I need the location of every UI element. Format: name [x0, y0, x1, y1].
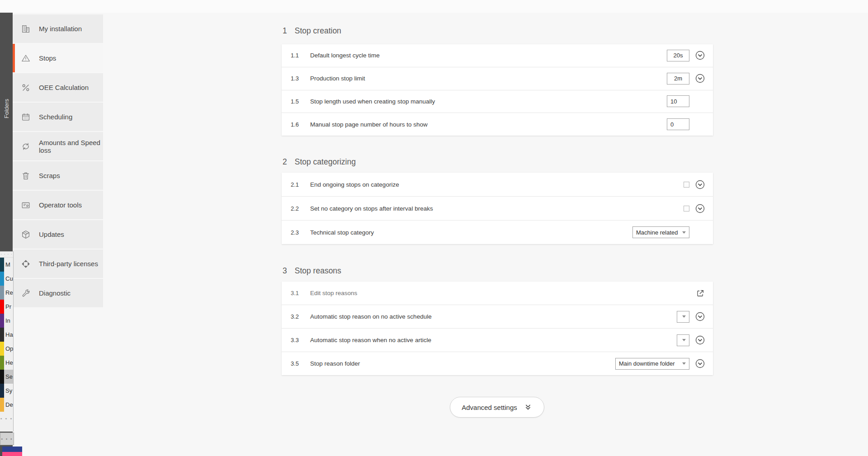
folder-item-label: In: [5, 317, 10, 324]
folder-item-label: Re: [5, 289, 13, 296]
technical-stop-category-select[interactable]: Machine related: [632, 226, 689, 238]
folder-item[interactable]: Ha: [0, 328, 13, 342]
chevron-down-icon: [698, 208, 702, 210]
advanced-settings-label: Advanced settings: [462, 404, 517, 411]
double-chevron-down-icon: [524, 403, 533, 412]
sidebar-item-stops[interactable]: Stops: [13, 44, 103, 72]
section-number: 3: [283, 266, 287, 276]
setting-row-1-6: 1.6 Manual stop page number of hours to …: [282, 113, 713, 136]
folder-color-bar: [0, 370, 4, 384]
folder-panel-drag-handle[interactable]: · · · ·: [0, 252, 13, 258]
folder-item[interactable]: M: [0, 258, 13, 272]
folder-item[interactable]: De: [0, 398, 13, 412]
manual-stop-hours-input[interactable]: [667, 118, 689, 130]
setting-row-3-3: 3.3 Automatic stop reason when no active…: [282, 328, 713, 352]
manual-stop-length-input[interactable]: [667, 95, 689, 107]
caret-down-icon: [682, 315, 686, 318]
auto-stop-reason-schedule-select[interactable]: [677, 311, 689, 323]
setting-label: Technical stop category: [310, 229, 632, 236]
sidebar-item-label: Updates: [39, 230, 64, 238]
section-header-stop-reasons: 3 Stop reasons: [283, 266, 341, 276]
setting-number: 1.5: [291, 98, 310, 105]
folder-item[interactable]: Re: [0, 286, 13, 300]
external-link-icon[interactable]: [695, 288, 705, 298]
stop-reason-folder-select[interactable]: Main downtime folder: [615, 358, 689, 370]
setting-label: Stop reason folder: [310, 360, 615, 367]
percent-icon: [21, 83, 31, 93]
folder-color-bar: [0, 328, 4, 342]
setting-number: 2.2: [291, 205, 310, 212]
expand-row-button[interactable]: [695, 204, 705, 213]
brand-logo[interactable]: [2, 447, 22, 456]
folder-color-bar: [0, 272, 4, 286]
section-number: 2: [283, 157, 287, 167]
sidebar-item-label: Amounts and Speed loss: [39, 139, 103, 154]
end-stops-checkbox[interactable]: [684, 182, 689, 188]
expand-row-button[interactable]: [695, 180, 705, 189]
folder-item[interactable]: He: [0, 356, 13, 370]
sidebar-item-scheduling[interactable]: Scheduling: [13, 103, 103, 131]
folder-item-label: Sy: [5, 387, 12, 394]
selected-option: Main downtime folder: [619, 360, 679, 367]
setting-label: End ongoing stops on categorize: [310, 181, 684, 188]
sidebar-item-diagnostic[interactable]: Diagnostic: [13, 279, 103, 307]
section-header-stop-creation: 1 Stop creation: [283, 26, 341, 36]
wrench-icon: [21, 288, 31, 298]
sidebar-item-scraps[interactable]: Scraps: [13, 161, 103, 190]
setting-number: 1.1: [291, 52, 310, 59]
folder-item[interactable]: In: [0, 314, 13, 328]
expand-slot-empty: [695, 228, 705, 237]
folder-item[interactable]: Sy: [0, 384, 13, 398]
folder-item[interactable]: Cu: [0, 272, 13, 286]
sidebar-item-label: Operator tools: [39, 201, 82, 209]
folder-item[interactable]: Pr: [0, 300, 13, 314]
expand-row-button[interactable]: [695, 74, 705, 83]
expand-row-button[interactable]: [695, 359, 705, 368]
folder-color-bar: [0, 398, 4, 412]
sidebar-item-oee-calculation[interactable]: OEE Calculation: [13, 73, 103, 102]
setting-number: 2.1: [291, 181, 310, 188]
card-stop-reasons: 3.1 Edit stop reasons 3.2 Automatic stop…: [282, 282, 713, 375]
sidebar-item-third-party-licenses[interactable]: Third-party licenses: [13, 249, 103, 278]
setting-number: 2.3: [291, 229, 310, 236]
section-header-stop-categorizing: 2 Stop categorizing: [283, 157, 356, 167]
no-category-checkbox[interactable]: [684, 206, 689, 212]
expand-row-button[interactable]: [695, 51, 705, 60]
sidebar-item-operator-tools[interactable]: Operator tools: [13, 191, 103, 219]
setting-row-1-1: 1.1 Default longest cycle time: [282, 44, 713, 67]
folder-item[interactable]: Op: [0, 342, 13, 356]
package-icon: [21, 230, 31, 240]
sidebar-item-label: Stops: [39, 54, 56, 62]
setting-number: 1.6: [291, 121, 310, 128]
setting-label: Stop length used when creating stop manu…: [310, 98, 667, 105]
folder-item-label: He: [5, 359, 13, 366]
folder-item-label: M: [5, 261, 10, 268]
expand-row-button[interactable]: [695, 312, 705, 321]
sidebar-item-amounts-speed-loss[interactable]: Amounts and Speed loss: [13, 132, 103, 160]
setting-row-3-1[interactable]: 3.1 Edit stop reasons: [282, 282, 713, 305]
setting-label: Automatic stop reason when no active art…: [310, 337, 677, 343]
chevron-down-icon: [698, 78, 702, 80]
setting-row-1-3: 1.3 Production stop limit: [282, 67, 713, 90]
advanced-settings-button[interactable]: Advanced settings: [450, 397, 544, 418]
folder-color-bar: [0, 356, 4, 370]
folder-color-bar: [0, 384, 4, 398]
folder-overflow-dots[interactable]: • • •: [0, 412, 13, 425]
setting-label: Production stop limit: [310, 75, 667, 82]
cycle-time-input[interactable]: [667, 50, 689, 61]
expand-slot-empty: [695, 97, 705, 106]
sidebar-item-label: OEE Calculation: [39, 84, 89, 91]
setting-number: 3.5: [291, 360, 310, 367]
sidebar-item-updates[interactable]: Updates: [13, 220, 103, 249]
stop-limit-input[interactable]: [667, 73, 689, 85]
selected-option: Machine related: [636, 229, 679, 236]
warning-triangle-icon: [21, 53, 31, 63]
sidebar-item-label: Diagnostic: [39, 289, 71, 297]
caret-down-icon: [682, 231, 686, 234]
auto-stop-reason-article-select[interactable]: [677, 334, 689, 346]
id-card-icon: [21, 200, 31, 210]
panel-resize-handle[interactable]: • • •: [0, 432, 14, 445]
folder-item-selected[interactable]: Se: [0, 370, 13, 384]
expand-row-button[interactable]: [695, 335, 705, 345]
sidebar-item-my-installation[interactable]: My installation: [13, 14, 103, 43]
